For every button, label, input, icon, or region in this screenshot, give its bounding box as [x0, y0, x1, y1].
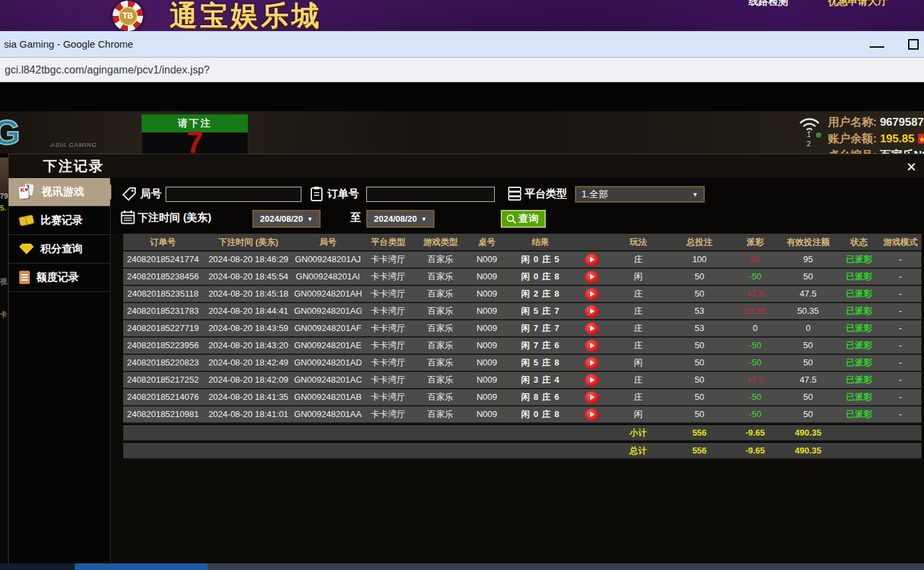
sidebar-item-label: 积分查询 — [40, 242, 83, 256]
row-7-result: 闲 3 庄 4 — [507, 372, 574, 389]
grand-total-cell-12 — [839, 443, 880, 459]
replay-icon[interactable] — [585, 288, 599, 301]
replay-icon[interactable] — [585, 391, 599, 404]
subtotal-cell-11: 490.35 — [778, 425, 839, 442]
ticket-icon — [19, 214, 34, 226]
row-0-valid: 95 — [778, 252, 839, 269]
row-6-table: N009 — [466, 355, 507, 372]
round-input[interactable] — [166, 187, 301, 202]
row-6-platform: 卡卡湾厅 — [362, 355, 415, 372]
banner-links: 线路检测 优惠申请大厅 — [748, 0, 888, 8]
row-4-game: 百家乐 — [415, 320, 466, 338]
line-check-link[interactable]: 线路检测 — [748, 0, 788, 8]
scrollbar-thumb[interactable] — [75, 563, 207, 570]
sidebar-item-1[interactable]: 比赛记录 — [9, 207, 110, 235]
maximize-button[interactable] — [908, 39, 919, 50]
grand-total-cell-7 — [574, 443, 610, 459]
platform-select[interactable]: 1.全部 ▼ — [575, 186, 705, 203]
row-0-time: 2024-08-20 18:46:29 — [203, 252, 294, 269]
replay-icon[interactable] — [585, 408, 599, 421]
order-input[interactable] — [366, 187, 495, 202]
row-8-round: GN009248201AB — [294, 389, 362, 406]
diamond-icon — [19, 244, 34, 254]
row-2-mode: - — [880, 286, 921, 303]
row-8-replay — [574, 389, 610, 406]
date-from-picker[interactable]: 2024/08/20 ▼ — [252, 210, 321, 228]
row-7-status: 已派彩 — [839, 372, 880, 389]
close-icon[interactable]: ✕ — [904, 160, 919, 174]
grand-total-cell-13 — [880, 443, 921, 459]
row-9-order: 240820185210981 — [123, 406, 203, 424]
subtotal-cell-8: 小计 — [610, 425, 666, 442]
row-3-time: 2024-08-20 18:44:41 — [203, 303, 294, 320]
replay-icon[interactable] — [585, 374, 599, 387]
promo-apply-link[interactable]: 优惠申请大厅 — [828, 0, 888, 8]
row-4-valid: 0 — [778, 320, 839, 338]
row-6-valid: 50 — [778, 355, 839, 372]
subtotal-cell-4 — [415, 425, 466, 442]
column-header-6: 结果 — [507, 234, 574, 252]
subtotal-cell-12 — [839, 425, 880, 442]
subtotal-cell-7 — [574, 425, 610, 442]
row-2-platform: 卡卡湾厅 — [362, 286, 415, 303]
column-header-3: 平台类型 — [362, 234, 415, 252]
row-3-payout: 50.35 — [733, 303, 778, 320]
sidebar-item-label: 比赛记录 — [40, 214, 83, 228]
document-icon — [19, 271, 30, 284]
row-4-round: GN009248201AF — [294, 320, 362, 338]
horizontal-scrollbar[interactable] — [0, 563, 924, 570]
row-9-valid: 50 — [778, 406, 839, 424]
row-9-payout: -50 — [733, 406, 778, 424]
modal-sidebar: 9K♥视讯游戏比赛记录积分查询额度记录 — [9, 178, 111, 570]
row-3-round: GN009248201AG — [294, 303, 362, 320]
replay-icon[interactable] — [585, 305, 599, 318]
seat-dot-icon — [816, 132, 821, 138]
row-4-table: N009 — [466, 320, 507, 338]
replay-icon[interactable] — [585, 254, 599, 266]
screen: TB 通宝娱乐城 线路检测 优惠申请大厅 sia Gaming - Google… — [0, 0, 924, 570]
row-4-total: 53 — [666, 320, 733, 338]
minimize-button[interactable] — [870, 46, 884, 48]
grand-total-cell-2 — [294, 443, 362, 459]
row-7-order: 240820185217252 — [123, 372, 203, 389]
address-bar[interactable]: gci.l842tbgc.com/agingame/pcv1/index.jsp… — [0, 57, 924, 83]
column-header-4: 游戏类型 — [415, 234, 466, 252]
platform-label: 平台类型 — [525, 187, 567, 201]
row-7-replay — [574, 372, 610, 389]
row-0-round: GN009248201AJ — [294, 252, 362, 269]
row-7-play: 庄 — [610, 372, 666, 389]
search-button[interactable]: 查询 — [501, 210, 546, 228]
replay-icon[interactable] — [585, 340, 599, 352]
row-1-mode: - — [880, 269, 921, 286]
row-0-order: 240820185241774 — [123, 252, 203, 269]
date-to-picker[interactable]: 2024/08/20 ▼ — [366, 210, 435, 228]
edge-fragment: 卡 — [0, 310, 8, 320]
column-header-11: 有效投注额 — [778, 234, 839, 252]
sidebar-item-3[interactable]: 额度记录 — [9, 263, 110, 292]
row-2-status: 已派彩 — [839, 286, 880, 303]
row-7-table: N009 — [466, 372, 507, 389]
replay-icon[interactable] — [585, 322, 599, 335]
grand-total-cell-3 — [362, 443, 415, 459]
row-9-result: 闲 0 庄 8 — [507, 406, 574, 424]
sidebar-item-0[interactable]: 9K♥视讯游戏 — [9, 178, 110, 207]
column-header-13: 游戏模式 — [880, 234, 921, 252]
replay-icon[interactable] — [585, 357, 599, 369]
search-button-label: 查询 — [519, 213, 539, 225]
row-0-result: 闲 0 庄 5 — [507, 252, 574, 269]
row-7-mode: - — [880, 372, 921, 389]
row-8-platform: 卡卡湾厅 — [362, 389, 415, 406]
row-9-round: GN009248201AA — [294, 406, 362, 424]
row-9-time: 2024-08-20 18:41:01 — [203, 406, 294, 424]
row-5-round: GN009248201AE — [294, 338, 362, 355]
row-4-play: 庄 — [610, 320, 666, 338]
sidebar-item-2[interactable]: 积分查询 — [9, 235, 110, 263]
replay-icon[interactable] — [585, 271, 599, 283]
row-1-table: N009 — [466, 269, 507, 286]
betting-table: 订单号下注时间 (美东)局号平台类型游戏类型桌号结果玩法总投注派彩有效投注额状态… — [123, 234, 921, 459]
row-2-order: 240820185235118 — [123, 286, 203, 303]
column-header-1: 下注时间 (美东) — [203, 234, 294, 252]
row-0-total: 100 — [666, 252, 733, 269]
betting-records-modal: 下注记录 ✕ 9K♥视讯游戏比赛记录积分查询额度记录 局号 订单号 平台类型 — [8, 154, 924, 570]
row-6-payout: -50 — [733, 355, 778, 372]
